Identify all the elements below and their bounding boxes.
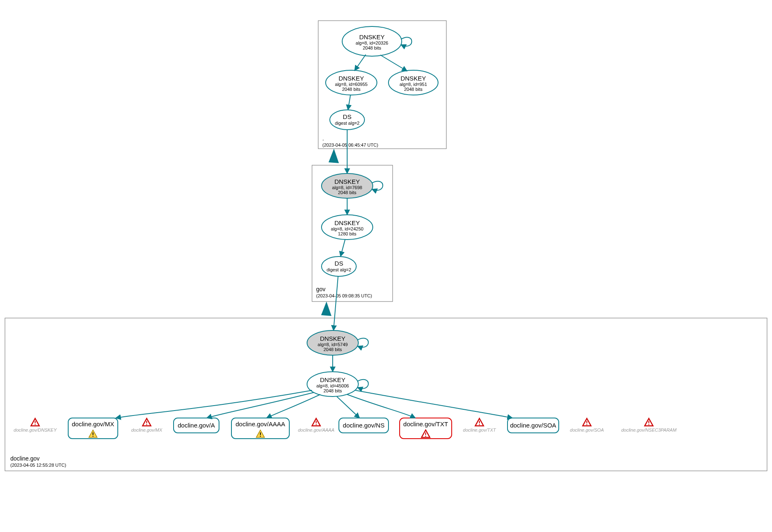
unsigned-dnskey[interactable]: docline.gov/DNSKEY	[14, 418, 57, 432]
unsigned-txt[interactable]: docline.gov/TXT	[463, 418, 496, 432]
svg-text:alg=8, id=951: alg=8, id=951	[400, 82, 427, 87]
edge-root-ksk-zsk1	[355, 55, 366, 71]
svg-text:docline.gov/DNSKEY: docline.gov/DNSKEY	[14, 428, 57, 432]
edge-zsk-soa	[355, 390, 512, 418]
node-doc-zsk[interactable]: DNSKEY alg=8, id=45006 2048 bits	[307, 372, 358, 397]
zone-docline: docline.gov (2023-04-05 12:55:28 UTC) DN…	[5, 276, 767, 471]
svg-text:alg=8, id=7698: alg=8, id=7698	[332, 185, 362, 190]
svg-text:docline.gov/SOA: docline.gov/SOA	[510, 422, 556, 429]
zone-docline-timestamp: (2023-04-05 12:55:28 UTC)	[10, 463, 66, 468]
svg-text:alg=8, id=20326: alg=8, id=20326	[356, 40, 388, 45]
node-root-ksk[interactable]: DNSKEY alg=8, id=20326 2048 bits	[342, 26, 402, 56]
svg-text:2048 bits: 2048 bits	[338, 190, 357, 195]
node-gov-zsk[interactable]: DNSKEY alg=8, id=24250 1280 bits	[322, 215, 373, 240]
node-root-ds[interactable]: DS digest alg=2	[330, 110, 365, 130]
svg-text:2048 bits: 2048 bits	[404, 87, 423, 92]
svg-rect-33	[5, 318, 767, 471]
node-doc-ksk[interactable]: DNSKEY alg=8, id=5749 2048 bits	[307, 330, 358, 355]
unsigned-nsec3param[interactable]: docline.gov/NSEC3PARAM	[621, 418, 677, 432]
svg-text:docline.gov/MX: docline.gov/MX	[131, 428, 162, 432]
edge-doc-zsk-self	[357, 380, 368, 389]
svg-text:DNSKEY: DNSKEY	[334, 178, 360, 185]
svg-text:docline.gov/AAAA: docline.gov/AAAA	[236, 420, 285, 428]
zone-root-label: .	[322, 135, 324, 142]
svg-text:alg=8, id=5749: alg=8, id=5749	[318, 342, 348, 347]
edge-zsk-mx	[116, 390, 312, 418]
edge-doc-ksk-self	[357, 338, 368, 347]
rrset-mx[interactable]: docline.gov/MX	[68, 418, 118, 439]
zone-root-timestamp: (2023-04-05 06:45:47 UTC)	[322, 142, 378, 147]
edge-root-zsk1-ds	[348, 95, 350, 110]
svg-text:digest alg=2: digest alg=2	[326, 267, 351, 272]
zone-gov-timestamp: (2023-04-05 09:08:35 UTC)	[316, 293, 372, 298]
svg-text:docline.gov/A: docline.gov/A	[178, 422, 215, 429]
unsigned-aaaa[interactable]: docline.gov/AAAA	[298, 418, 334, 432]
svg-text:docline.gov/SOA: docline.gov/SOA	[570, 428, 604, 432]
rrset-txt[interactable]: docline.gov/TXT	[400, 418, 452, 439]
svg-text:alg=8, id=60955: alg=8, id=60955	[335, 82, 368, 87]
svg-text:digest alg=2: digest alg=2	[335, 121, 360, 126]
svg-text:2048 bits: 2048 bits	[363, 45, 381, 50]
svg-text:DNSKEY: DNSKEY	[400, 75, 426, 82]
node-root-zsk1[interactable]: DNSKEY alg=8, id=60955 2048 bits	[326, 70, 377, 95]
svg-text:docline.gov/MX: docline.gov/MX	[72, 420, 114, 428]
svg-text:1280 bits: 1280 bits	[338, 231, 357, 236]
zone-docline-label: docline.gov	[10, 455, 40, 462]
edge-zsk-aaaa	[267, 394, 320, 418]
svg-text:alg=8, id=45006: alg=8, id=45006	[317, 383, 349, 388]
svg-text:DNSKEY: DNSKEY	[334, 219, 360, 226]
svg-text:2048 bits: 2048 bits	[324, 388, 342, 393]
unsigned-soa[interactable]: docline.gov/SOA	[570, 418, 604, 432]
svg-text:DNSKEY: DNSKEY	[338, 75, 364, 82]
edge-zsk-a	[207, 392, 314, 418]
node-gov-ds[interactable]: DS digest alg=2	[322, 256, 356, 276]
svg-text:docline.gov/NSEC3PARAM: docline.gov/NSEC3PARAM	[621, 428, 677, 432]
delegation-gov-docline	[321, 302, 331, 316]
rrset-ns[interactable]: docline.gov/NS	[339, 418, 388, 433]
svg-text:DNSKEY: DNSKEY	[320, 335, 345, 342]
edge-gov-ksk-self	[372, 181, 383, 190]
edge-root-ksk-self	[401, 37, 412, 46]
edge-zsk-ns	[337, 397, 360, 418]
node-root-zsk2[interactable]: DNSKEY alg=8, id=951 2048 bits	[388, 70, 438, 95]
rrset-aaaa[interactable]: docline.gov/AAAA	[231, 418, 289, 439]
zone-gov-label: gov	[316, 286, 326, 292]
svg-text:docline.gov/AAAA: docline.gov/AAAA	[298, 428, 334, 432]
svg-text:DNSKEY: DNSKEY	[359, 33, 385, 40]
unsigned-mx[interactable]: docline.gov/MX	[131, 418, 162, 432]
svg-text:docline.gov/NS: docline.gov/NS	[343, 422, 385, 429]
node-gov-ksk[interactable]: DNSKEY alg=8, id=7698 2048 bits	[322, 173, 373, 198]
edge-gov-ds-doc-ksk	[334, 276, 338, 330]
svg-text:2048 bits: 2048 bits	[324, 347, 342, 352]
edge-root-ksk-zsk2	[380, 55, 407, 71]
svg-text:DS: DS	[335, 260, 343, 267]
rrset-soa[interactable]: docline.gov/SOA	[508, 418, 559, 433]
rrset-a[interactable]: docline.gov/A	[174, 418, 219, 433]
svg-text:alg=8, id=24250: alg=8, id=24250	[331, 226, 364, 231]
svg-text:docline.gov/TXT: docline.gov/TXT	[463, 428, 496, 432]
svg-text:DS: DS	[343, 113, 352, 120]
svg-text:docline.gov/TXT: docline.gov/TXT	[403, 420, 448, 428]
svg-text:DNSKEY: DNSKEY	[320, 376, 345, 383]
zone-root: . (2023-04-05 06:45:47 UTC) DNSKEY alg=8…	[318, 21, 446, 149]
zone-gov: gov (2023-04-05 09:08:35 UTC) DNSKEY alg…	[312, 130, 393, 302]
edge-gov-zsk-ds	[341, 240, 345, 256]
svg-text:2048 bits: 2048 bits	[342, 87, 361, 92]
edge-zsk-txt	[347, 394, 415, 418]
delegation-root-gov	[329, 149, 339, 163]
